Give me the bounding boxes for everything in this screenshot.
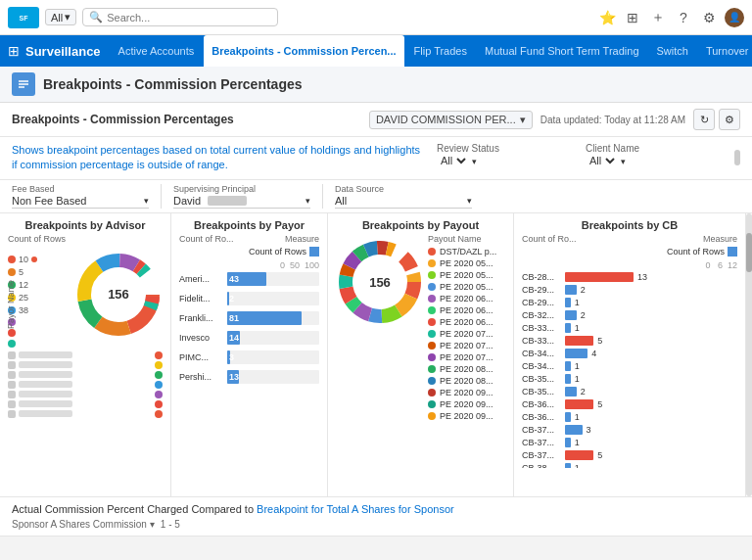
cb-bar-row: CB-34... 4 <box>522 349 737 358</box>
payout-name: DST/DAZL p... <box>440 247 505 257</box>
settings-icon[interactable]: ⚙ <box>699 8 719 27</box>
cb-label: CB-37... <box>522 425 561 435</box>
bar-fill: 2 <box>227 292 229 305</box>
cb-bar <box>565 412 571 422</box>
refresh-button[interactable]: ↻ <box>693 109 715 130</box>
cb-label: CB-35... <box>522 387 561 397</box>
filter-bar-dropdown[interactable]: DAVID COMMISSION PER... ▾ <box>369 111 533 129</box>
payout-name: PE 2020 05... <box>440 270 505 280</box>
payout-name: PE 2020 09... <box>440 399 505 409</box>
bottom-filter: Sponsor A Shares Commission ▾ 1 - 5 <box>12 519 740 530</box>
payout-row: PE 2020 09... <box>428 399 505 409</box>
payor-bar-row: PIMC... 3 <box>179 350 319 364</box>
search-bar[interactable]: 🔍 <box>82 8 278 26</box>
payout-name: PE 2020 08... <box>440 364 505 374</box>
advisor-chart-subtitle: Count of Rows <box>8 234 163 244</box>
review-status-filter: Review Status All ▾ <box>437 143 574 173</box>
bar-track: 2 <box>227 292 319 305</box>
cb-count: 1 <box>575 323 580 333</box>
payout-name: PE 2020 06... <box>440 317 505 327</box>
payout-name: PE 2020 05... <box>440 258 505 268</box>
page-icon <box>12 72 35 96</box>
cb-bar-row: CB-37... 3 <box>522 425 737 435</box>
cb-bar-row: CB-35... 1 <box>522 374 737 384</box>
bottom-title: Actual Commission Percent Charged Compar… <box>12 503 740 515</box>
cb-label: CB-36... <box>522 399 561 409</box>
breakpoint-link[interactable]: Breakpoint for Total A Shares for Sponso… <box>257 503 454 515</box>
legend-item: 25 <box>8 293 70 303</box>
nav-brand: Surveillance <box>25 44 101 59</box>
chevron-down-icon: ▾ <box>472 157 477 166</box>
tab-mutual-fund[interactable]: Mutual Fund Short Term Trading <box>477 35 647 67</box>
tab-switch[interactable]: Switch <box>649 35 696 67</box>
client-name-select[interactable]: All <box>586 154 618 167</box>
cb-bar-row: CB-34... 1 <box>522 361 737 371</box>
cb-label: CB-32... <box>522 310 561 320</box>
cb-bar <box>565 450 593 460</box>
fee-based-value[interactable]: Non Fee Based ▾ <box>12 195 149 209</box>
cb-label: CB-28... <box>522 272 561 282</box>
cb-label: CB-37... <box>522 438 561 447</box>
advisor-chart-title: Breakpoints by Advisor <box>8 219 163 231</box>
cb-label: CB-34... <box>522 361 561 371</box>
all-dropdown[interactable]: All ▾ <box>45 9 76 25</box>
review-status-select[interactable]: All <box>437 154 469 167</box>
payout-dot <box>428 365 436 373</box>
bar-count: 3 <box>229 352 234 362</box>
search-input[interactable] <box>107 12 271 23</box>
apps-icon[interactable]: ⊞ <box>623 8 642 27</box>
user-avatar[interactable]: 👤 <box>725 8 744 27</box>
cb-bar-row: CB-32... 2 <box>522 310 737 320</box>
favorites-icon[interactable]: ⭐ <box>597 8 617 27</box>
data-source-label: Data Source <box>335 184 472 194</box>
data-source-value[interactable]: All ▾ <box>335 195 472 209</box>
payout-name: PE 2020 09... <box>440 411 505 421</box>
vertical-scrollbar[interactable] <box>746 213 752 496</box>
payor-bar-row: Frankli... 81 <box>179 311 319 325</box>
cb-label: CB-29... <box>522 298 561 307</box>
payout-row: PE 2020 08... <box>428 364 505 374</box>
help-icon[interactable]: ? <box>674 8 693 27</box>
cb-bar <box>565 323 571 333</box>
bar-label: Fidelit... <box>179 294 223 303</box>
cb-bar <box>565 425 583 435</box>
chevron-down-icon: ▾ <box>144 196 149 206</box>
client-name-label: Client Name <box>586 143 723 154</box>
cb-bar <box>565 285 577 295</box>
top-navigation: SF All ▾ 🔍 ⭐ ⊞ ＋ ? ⚙ 👤 <box>0 0 752 35</box>
payout-dot <box>428 400 436 408</box>
payor-bars: Ameri... 43 Fidelit... 2 Frankli... 81 I… <box>179 272 319 384</box>
cb-bar-row: CB-38... 1 <box>522 463 737 468</box>
legend-item <box>8 340 70 348</box>
tab-active-accounts[interactable]: Active Accounts <box>111 35 203 67</box>
tab-flip-trades[interactable]: Flip Trades <box>406 35 475 67</box>
cb-label: CB-36... <box>522 412 561 422</box>
tab-turnover[interactable]: Turnover <box>698 35 752 67</box>
cb-bar <box>565 272 634 282</box>
bar-fill: 43 <box>227 272 266 286</box>
grid-icon[interactable]: ⊞ <box>8 43 20 59</box>
charts-area: Breakpoints by Advisor Count of Rows 10 … <box>0 213 752 497</box>
chevron-down-icon: ▾ <box>467 196 472 206</box>
add-icon[interactable]: ＋ <box>648 8 668 27</box>
filter-bar: Breakpoints - Commission Percentages DAV… <box>0 103 752 137</box>
top-nav-icons: ⭐ ⊞ ＋ ? ⚙ 👤 <box>597 8 744 27</box>
tab-breakpoints-commission[interactable]: Breakpoints - Commission Percen... <box>204 35 403 67</box>
legend-item: 12 <box>8 280 70 290</box>
cb-bar <box>565 336 593 346</box>
payout-row: PE 2020 09... <box>428 411 505 421</box>
payor-bar-row: Fidelit... 2 <box>179 292 319 305</box>
supervising-principal-value[interactable]: David ▾ <box>173 195 310 209</box>
cb-bar-row: CB-37... 5 <box>522 450 737 460</box>
content-area: Breakpoints - Commission Percentages DAV… <box>0 103 752 537</box>
settings-button[interactable]: ⚙ <box>719 109 740 130</box>
legend-item: 5 <box>8 267 70 277</box>
payout-donut-center: 156 <box>369 274 391 289</box>
advisor-donut-center: 156 <box>108 287 129 302</box>
cb-bar <box>565 463 571 468</box>
cb-bar-row: CB-37... 1 <box>522 438 737 447</box>
bar-track: 3 <box>227 350 319 364</box>
payor-chart-panel: Breakpoints by Payor Count of Ro... Meas… <box>171 213 328 496</box>
bar-label: PIMC... <box>179 352 223 362</box>
chevron-down-icon: ▾ <box>306 196 310 206</box>
